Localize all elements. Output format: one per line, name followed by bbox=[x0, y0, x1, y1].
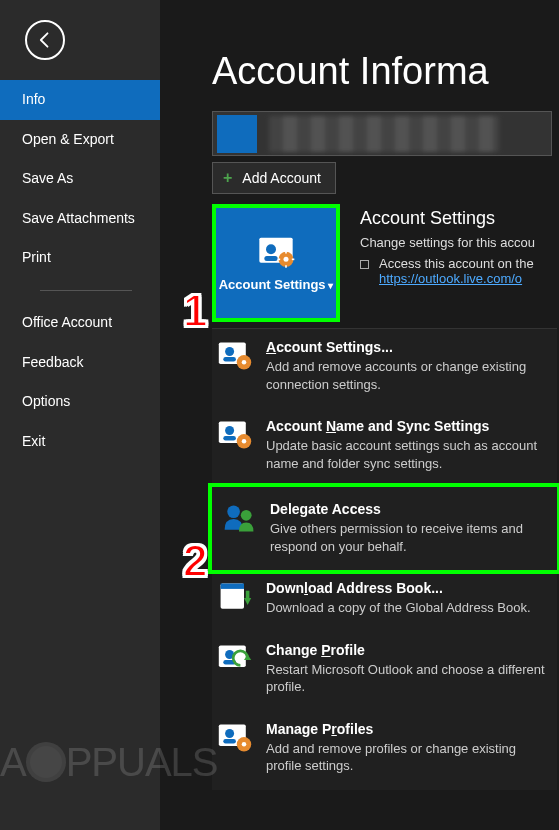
dropdown-desc: Download a copy of the Global Address Bo… bbox=[266, 599, 549, 617]
svg-rect-16 bbox=[223, 436, 236, 441]
dropdown-item-manage-profiles[interactable]: Manage Profiles Add and remove profiles … bbox=[212, 711, 557, 790]
account-settings-dropdown: Account Settings... Add and remove accou… bbox=[212, 328, 557, 790]
sidebar-item-info[interactable]: Info bbox=[0, 80, 160, 120]
sidebar-item-print[interactable]: Print bbox=[0, 238, 160, 278]
file-sidebar: Info Open & Export Save As Save Attachme… bbox=[0, 0, 160, 830]
dropdown-desc: Update basic account settings such as ac… bbox=[266, 437, 549, 472]
bullet-square-icon bbox=[360, 260, 369, 269]
account-settings-icon bbox=[256, 233, 296, 269]
dropdown-item-account-settings[interactable]: Account Settings... Add and remove accou… bbox=[212, 329, 557, 408]
sidebar-item-feedback[interactable]: Feedback bbox=[0, 343, 160, 383]
dropdown-title: Account Name and Sync Settings bbox=[266, 418, 549, 434]
sidebar-item-save-attachments[interactable]: Save Attachments bbox=[0, 199, 160, 239]
sidebar-item-office-account[interactable]: Office Account bbox=[0, 303, 160, 343]
account-settings-tile[interactable]: Account Settings bbox=[216, 208, 336, 318]
callout-highlight-1: Account Settings bbox=[212, 204, 340, 322]
svg-point-1 bbox=[266, 245, 276, 255]
dropdown-title: Delegate Access bbox=[270, 501, 545, 517]
callout-highlight-2: Delegate Access Give others permission t… bbox=[208, 483, 559, 574]
svg-point-10 bbox=[225, 347, 234, 356]
outlook-web-link[interactable]: https://outlook.live.com/o bbox=[379, 271, 522, 286]
dropdown-item-name-sync[interactable]: Account Name and Sync Settings Update ba… bbox=[212, 408, 557, 487]
account-settings-info: Account Settings Change settings for thi… bbox=[360, 204, 559, 286]
dropdown-title: Manage Profiles bbox=[266, 721, 549, 737]
add-account-label: Add Account bbox=[242, 170, 321, 186]
account-email-redacted bbox=[269, 116, 499, 152]
dropdown-desc: Add and remove accounts or change existi… bbox=[266, 358, 549, 393]
account-settings-tile-label: Account Settings bbox=[219, 277, 334, 293]
account-selector[interactable] bbox=[212, 111, 552, 156]
svg-point-4 bbox=[284, 257, 289, 262]
account-settings-info-subtitle: Change settings for this accou bbox=[360, 235, 559, 250]
delegate-access-icon bbox=[220, 501, 258, 535]
add-account-button[interactable]: + Add Account bbox=[212, 162, 336, 194]
svg-rect-31 bbox=[223, 739, 236, 744]
dropdown-item-download-address-book[interactable]: Download Address Book... Download a copy… bbox=[212, 570, 557, 632]
svg-point-18 bbox=[242, 439, 247, 444]
svg-rect-22 bbox=[221, 584, 244, 589]
page-title: Account Informa bbox=[212, 50, 559, 93]
svg-rect-11 bbox=[223, 357, 236, 362]
dropdown-desc: Give others permission to receive items … bbox=[270, 520, 545, 555]
account-color-swatch bbox=[217, 115, 257, 153]
back-button[interactable] bbox=[25, 20, 65, 60]
dropdown-title: Download Address Book... bbox=[266, 580, 549, 596]
dropdown-item-change-profile[interactable]: Change Profile Restart Microsoft Outlook… bbox=[212, 632, 557, 711]
arrow-left-icon bbox=[35, 30, 55, 50]
main-pane: Account Informa + Add Account bbox=[160, 0, 559, 830]
dropdown-title: Change Profile bbox=[266, 642, 549, 658]
svg-rect-2 bbox=[264, 256, 277, 261]
sidebar-divider bbox=[40, 290, 132, 291]
svg-point-19 bbox=[227, 506, 240, 519]
dropdown-title: Account Settings... bbox=[266, 339, 549, 355]
svg-point-13 bbox=[242, 360, 247, 365]
sidebar-item-exit[interactable]: Exit bbox=[0, 422, 160, 462]
svg-point-30 bbox=[225, 729, 234, 738]
dropdown-item-delegate-access[interactable]: Delegate Access Give others permission t… bbox=[216, 491, 553, 566]
svg-point-20 bbox=[241, 510, 252, 521]
download-address-book-icon bbox=[216, 580, 254, 614]
svg-point-33 bbox=[242, 742, 247, 747]
sidebar-item-open-export[interactable]: Open & Export bbox=[0, 120, 160, 160]
dropdown-desc: Add and remove profiles or change existi… bbox=[266, 740, 549, 775]
sidebar-item-save-as[interactable]: Save As bbox=[0, 159, 160, 199]
change-profile-icon bbox=[216, 642, 254, 676]
sidebar-nav-lower: Office Account Feedback Options Exit bbox=[0, 303, 160, 461]
plus-icon: + bbox=[223, 169, 232, 187]
manage-profiles-icon bbox=[216, 721, 254, 755]
account-settings-bullet-text: Access this account on the bbox=[379, 256, 534, 271]
svg-rect-24 bbox=[246, 591, 250, 600]
account-sync-icon bbox=[216, 418, 254, 452]
account-settings-info-title: Account Settings bbox=[360, 208, 559, 229]
sidebar-item-options[interactable]: Options bbox=[0, 382, 160, 422]
sidebar-nav: Info Open & Export Save As Save Attachme… bbox=[0, 80, 160, 278]
account-settings-gear-icon bbox=[216, 339, 254, 373]
dropdown-desc: Restart Microsoft Outlook and choose a d… bbox=[266, 661, 549, 696]
svg-point-15 bbox=[225, 426, 234, 435]
